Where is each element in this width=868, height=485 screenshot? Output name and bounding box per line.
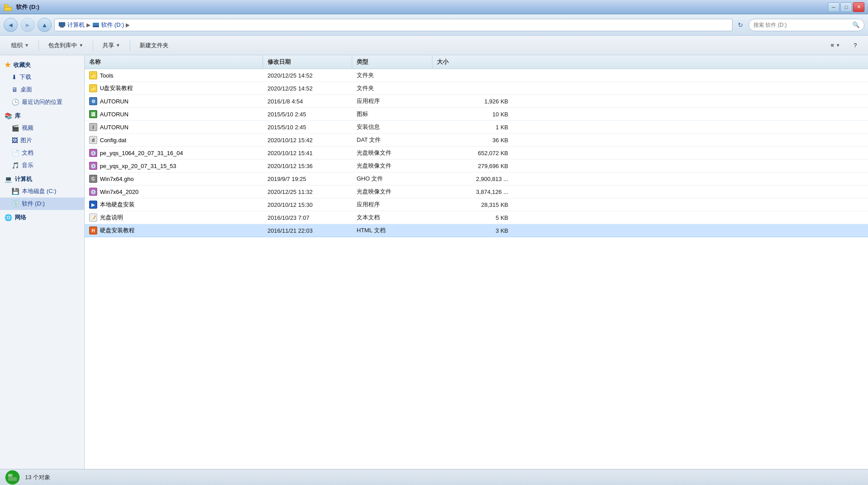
- sidebar-documents-label: 文档: [22, 149, 33, 157]
- video-icon: 🎬: [12, 124, 19, 132]
- breadcrumb-computer[interactable]: 计算机: [67, 21, 85, 29]
- file-cell-name: 🖼 AUTORUN: [85, 108, 263, 120]
- table-row[interactable]: ▶ 本地硬盘安装 2020/10/12 15:30 应用程序 28,315 KB: [85, 198, 868, 211]
- svg-rect-4: [60, 27, 64, 28]
- file-name-text: Win7x64.gho: [100, 176, 134, 182]
- col-type-header[interactable]: 类型: [352, 55, 432, 69]
- sidebar-item-documents[interactable]: 📄 文档: [0, 147, 84, 159]
- file-cell-modified: 2020/12/25 14:52: [263, 82, 352, 95]
- sidebar-favorites-label: 收藏夹: [13, 61, 31, 69]
- file-type-text: DAT 文件: [357, 136, 381, 144]
- file-size-text: 3 KB: [496, 227, 508, 234]
- table-row[interactable]: 💿 pe_yqs_1064_20_07_31_16_04 2020/10/12 …: [85, 147, 868, 160]
- file-type-icon: 💿: [89, 149, 97, 157]
- file-size-text: 36 KB: [493, 137, 508, 144]
- images-icon: 🖼: [12, 137, 18, 144]
- col-name-header[interactable]: 名称: [85, 55, 263, 69]
- refresh-button[interactable]: ↻: [735, 20, 746, 30]
- sidebar-item-music[interactable]: 🎵 音乐: [0, 159, 84, 172]
- sidebar-item-d-drive[interactable]: 💿 软件 (D:): [0, 197, 84, 210]
- file-type-icon: 📁: [89, 71, 97, 79]
- new-folder-button[interactable]: 新建文件夹: [134, 38, 174, 53]
- file-type-text: 文件夹: [357, 71, 374, 79]
- sidebar-recent-label: 最近访问的位置: [22, 98, 62, 106]
- sidebar-network-header[interactable]: 🌐 网络: [0, 212, 84, 223]
- svg-rect-1: [4, 7, 12, 11]
- organize-button[interactable]: 组织 ▼: [5, 38, 35, 53]
- file-cell-size: 10 KB: [432, 108, 513, 120]
- table-row[interactable]: G Win7x64.gho 2019/9/7 19:25 GHO 文件 2,90…: [85, 173, 868, 185]
- toolbar-separator-2: [93, 40, 93, 51]
- view-arrow-icon: ▼: [836, 43, 840, 48]
- file-cell-name: 📁 U盘安装教程: [85, 82, 263, 95]
- file-name-text: 本地硬盘安装: [100, 201, 135, 209]
- close-button[interactable]: ✕: [853, 2, 864, 12]
- forward-button[interactable]: ►: [21, 18, 35, 32]
- drive-icon: [92, 21, 99, 29]
- share-arrow-icon: ▼: [116, 43, 120, 48]
- file-cell-size: 1,926 KB: [432, 95, 513, 107]
- breadcrumb-drive[interactable]: 软件 (D:): [101, 21, 124, 29]
- col-modified-header[interactable]: 修改日期: [263, 55, 352, 69]
- sidebar-item-recent[interactable]: 🕒 最近访问的位置: [0, 96, 84, 108]
- search-input[interactable]: [753, 22, 850, 28]
- file-cell-name: 📁 Tools: [85, 69, 263, 82]
- file-cell-size: 28,315 KB: [432, 198, 513, 211]
- status-icon: [5, 470, 20, 485]
- file-cell-name: i AUTORUN: [85, 121, 263, 133]
- share-button[interactable]: 共享 ▼: [97, 38, 126, 53]
- table-row[interactable]: ⚙ AUTORUN 2016/1/8 4:54 应用程序 1,926 KB: [85, 95, 868, 108]
- file-name-text: U盘安装教程: [100, 84, 133, 92]
- sidebar-library-header[interactable]: 📚 库: [0, 110, 84, 122]
- sidebar-images-label: 图片: [21, 136, 32, 144]
- file-name-text: AUTORUN: [100, 124, 128, 131]
- minimize-button[interactable]: ─: [828, 2, 839, 12]
- table-row[interactable]: 💿 Win7x64_2020 2020/12/25 11:32 光盘映像文件 3…: [85, 185, 868, 198]
- table-row[interactable]: 🖼 AUTORUN 2015/5/10 2:45 图标 10 KB: [85, 108, 868, 121]
- file-size-text: 1,926 KB: [485, 98, 509, 105]
- table-row[interactable]: d Config.dat 2020/10/12 15:42 DAT 文件 36 …: [85, 134, 868, 147]
- file-modified-text: 2015/5/10 2:45: [267, 124, 306, 131]
- col-size-header[interactable]: 大小: [432, 55, 513, 69]
- table-row[interactable]: i AUTORUN 2015/5/10 2:45 安装信息 1 KB: [85, 121, 868, 134]
- sidebar-item-c-drive[interactable]: 💾 本地磁盘 (C:): [0, 185, 84, 197]
- sidebar-item-images[interactable]: 🖼 图片: [0, 134, 84, 147]
- table-row[interactable]: 📁 Tools 2020/12/25 14:52 文件夹: [85, 69, 868, 82]
- file-cell-size: 36 KB: [432, 134, 513, 146]
- file-cell-modified: 2016/10/23 7:07: [263, 211, 352, 224]
- computer-sidebar-icon: 💻: [4, 176, 12, 183]
- file-size-text: 652,072 KB: [478, 150, 508, 156]
- file-cell-modified: 2020/10/12 15:30: [263, 198, 352, 211]
- status-bar: 13 个对象: [0, 469, 868, 485]
- file-name-text: pe_yqs_xp_20_07_31_15_53: [100, 163, 176, 169]
- file-name-text: 硬盘安装教程: [100, 226, 135, 234]
- file-cell-type: 应用程序: [352, 95, 432, 107]
- sidebar-item-download[interactable]: ⬇ 下载: [0, 71, 84, 83]
- sidebar-item-desktop[interactable]: 🖥 桌面: [0, 83, 84, 96]
- file-cell-modified: 2016/11/21 22:03: [263, 224, 352, 237]
- file-modified-text: 2016/10/23 7:07: [267, 214, 309, 221]
- network-icon: 🌐: [4, 214, 12, 221]
- file-name-text: AUTORUN: [100, 111, 128, 118]
- file-cell-modified: 2020/10/12 15:42: [263, 134, 352, 146]
- up-button[interactable]: ▲: [37, 18, 52, 32]
- file-cell-type: 应用程序: [352, 198, 432, 211]
- sidebar-video-label: 视频: [22, 124, 33, 132]
- file-cell-type: 安装信息: [352, 121, 432, 133]
- title-bar: 软件 (D:) ─ □ ✕: [0, 0, 868, 14]
- search-icon: 🔍: [852, 21, 860, 28]
- include-library-button[interactable]: 包含到库中 ▼: [42, 38, 89, 53]
- toolbar-right: ≡ ▼ ?: [825, 38, 863, 53]
- table-row[interactable]: 💿 pe_yqs_xp_20_07_31_15_53 2020/10/12 15…: [85, 160, 868, 173]
- back-button[interactable]: ◄: [4, 18, 18, 32]
- view-button[interactable]: ≡ ▼: [825, 38, 846, 53]
- table-row[interactable]: 📁 U盘安装教程 2020/12/25 14:52 文件夹: [85, 82, 868, 95]
- sidebar-favorites-header[interactable]: ★ 收藏夹: [0, 59, 84, 71]
- table-row[interactable]: H 硬盘安装教程 2016/11/21 22:03 HTML 文档 3 KB: [85, 224, 868, 237]
- sidebar-item-video[interactable]: 🎬 视频: [0, 122, 84, 134]
- help-button[interactable]: ?: [848, 38, 863, 53]
- maximize-button[interactable]: □: [840, 2, 852, 12]
- file-modified-text: 2020/12/25 14:52: [267, 85, 313, 92]
- table-row[interactable]: 📝 光盘说明 2016/10/23 7:07 文本文档 5 KB: [85, 211, 868, 224]
- sidebar-computer-header[interactable]: 💻 计算机: [0, 173, 84, 185]
